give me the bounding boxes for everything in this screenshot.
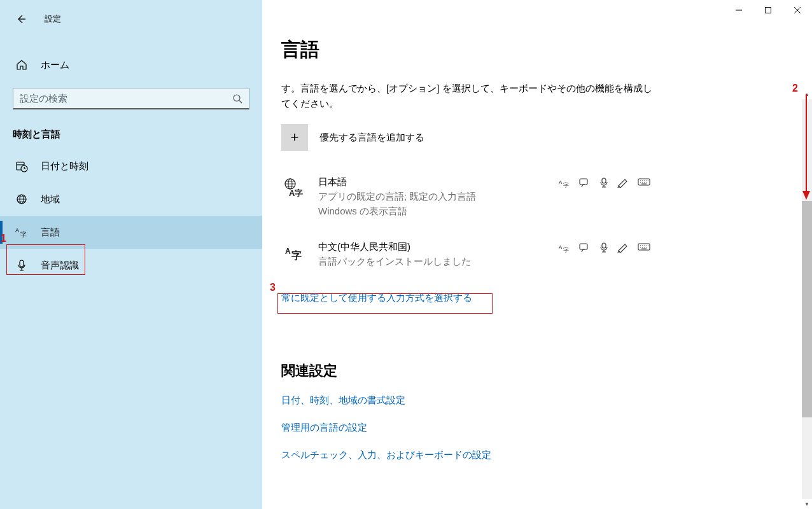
svg-text:字: 字 <box>563 247 569 253</box>
svg-point-0 <box>234 95 240 101</box>
svg-text:A: A <box>559 179 563 185</box>
language-item-japanese[interactable]: A字 日本語 アプリの既定の言語; 既定の入力言語 Windows の表示言語 … <box>281 176 650 218</box>
scrollbar-down[interactable]: ▼ <box>802 499 812 509</box>
search-box[interactable] <box>13 88 249 109</box>
svg-rect-22 <box>602 243 606 248</box>
annotation-number-3: 3 <box>270 282 276 293</box>
annotation-number-1: 1 <box>1 233 6 244</box>
back-button[interactable] <box>11 10 31 29</box>
language-name: 日本語 <box>318 176 559 188</box>
language-icon: A字 <box>15 226 28 239</box>
svg-text:字: 字 <box>20 231 27 238</box>
language-item-chinese[interactable]: A字 中文(中华人民共和国) 言語パックをインストールしました A字 <box>281 241 650 269</box>
svg-rect-8 <box>766 8 771 13</box>
main-content: 言語 す。言語を選んでから、[オプション] を選択して、キーボードやその他の機能… <box>262 0 812 509</box>
maximize-icon <box>764 6 772 14</box>
svg-text:A: A <box>285 247 291 256</box>
svg-text:A: A <box>559 244 563 250</box>
text-to-speech-icon <box>579 178 591 188</box>
sidebar-item-region[interactable]: 地域 <box>0 183 262 216</box>
svg-rect-15 <box>602 178 606 183</box>
add-button[interactable]: + <box>281 124 308 151</box>
language-sub: 言語パックをインストールしました <box>318 254 559 269</box>
globe-icon <box>15 193 28 205</box>
language-sub: アプリの既定の言語; 既定の入力言語 Windows の表示言語 <box>318 190 559 218</box>
page-title: 言語 <box>281 37 787 63</box>
close-button[interactable] <box>783 0 812 20</box>
titlebar: 設定 <box>0 8 262 31</box>
language-char-icon: A字 <box>281 241 305 261</box>
svg-rect-14 <box>580 179 587 185</box>
language-feature-icons: A字 <box>559 176 650 188</box>
sidebar-item-label: 地域 <box>41 193 60 206</box>
keyboard-icon <box>638 242 650 253</box>
display-language-icon: A字 <box>559 242 570 253</box>
related-link-datetime-format[interactable]: 日付、時刻、地域の書式設定 <box>281 394 787 407</box>
maximize-button[interactable] <box>753 0 783 20</box>
handwriting-icon <box>617 178 629 188</box>
sidebar-item-label: 日付と時刻 <box>41 160 88 172</box>
annotation-number-2: 2 <box>792 83 798 94</box>
related-link-admin-language[interactable]: 管理用の言語の設定 <box>281 422 787 434</box>
calendar-clock-icon <box>15 160 28 172</box>
speech-recognition-icon <box>599 242 608 253</box>
add-language-label: 優先する言語を追加する <box>319 132 424 144</box>
annotation-arrow-2 <box>802 94 811 201</box>
home-nav[interactable]: ホーム <box>0 52 262 78</box>
window-controls <box>724 0 812 20</box>
minimize-icon <box>735 6 743 14</box>
minimize-button[interactable] <box>724 0 753 20</box>
search-input[interactable] <box>20 93 211 104</box>
svg-text:字: 字 <box>563 182 569 188</box>
text-to-speech-icon <box>579 242 591 253</box>
close-icon <box>794 6 801 14</box>
keyboard-icon <box>638 178 650 188</box>
handwriting-icon <box>617 242 629 253</box>
plus-icon: + <box>291 129 299 146</box>
page-description: す。言語を選んでから、[オプション] を選択して、キーボードやその他の機能を構成… <box>281 81 657 111</box>
related-settings-title: 関連設定 <box>281 361 787 380</box>
arrow-left-icon <box>16 14 26 24</box>
category-title: 時刻と言語 <box>0 109 262 150</box>
related-link-spellcheck-input[interactable]: スペルチェック、入力、およびキーボードの設定 <box>281 449 787 461</box>
app-title: 設定 <box>45 13 61 25</box>
display-language-icon: A字 <box>559 178 570 188</box>
annotation-box-3 <box>277 293 493 314</box>
search-icon <box>232 94 242 104</box>
annotation-box-1 <box>6 244 85 275</box>
sidebar-item-datetime[interactable]: 日付と時刻 <box>0 150 262 183</box>
svg-text:A字: A字 <box>289 188 303 197</box>
add-language-row[interactable]: + 優先する言語を追加する <box>281 124 787 151</box>
svg-text:字: 字 <box>291 249 302 261</box>
home-icon <box>15 59 28 71</box>
language-globe-icon: A字 <box>281 176 305 197</box>
scrollbar-thumb[interactable] <box>802 201 812 417</box>
speech-recognition-icon <box>599 178 608 188</box>
sidebar-item-label: 言語 <box>41 227 60 239</box>
language-feature-icons: A字 <box>559 241 650 253</box>
svg-text:A: A <box>15 227 19 234</box>
language-name: 中文(中华人民共和国) <box>318 241 559 253</box>
home-label: ホーム <box>41 59 69 71</box>
svg-rect-21 <box>580 244 587 249</box>
